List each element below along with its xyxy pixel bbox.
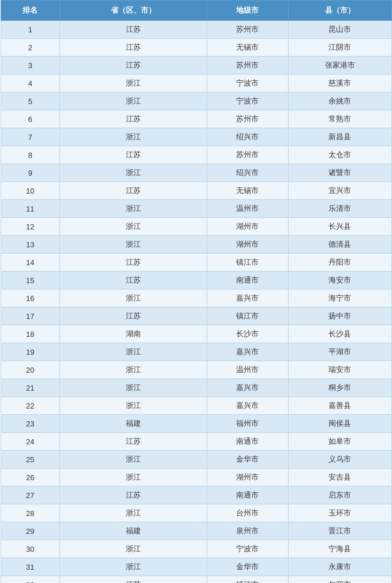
table-row: 10江苏无锡市宜兴市 xyxy=(1,182,391,200)
cell-county: 玉环市 xyxy=(288,504,391,522)
cell-county: 海宁市 xyxy=(288,289,391,307)
cell-province: 浙江 xyxy=(60,128,207,146)
table-row: 30浙江宁波市宁海县 xyxy=(1,540,391,558)
cell-province: 江苏 xyxy=(60,146,207,164)
header-rank: 排名 xyxy=(1,1,60,21)
cell-county: 长兴县 xyxy=(288,218,391,236)
table-row: 32江苏镇江市句容市 xyxy=(1,576,391,584)
cell-rank: 16 xyxy=(1,289,60,307)
cell-rank: 10 xyxy=(1,182,60,200)
table-row: 29福建泉州市晋江市 xyxy=(1,522,391,540)
table-row: 11浙江温州市乐清市 xyxy=(1,200,391,218)
cell-rank: 7 xyxy=(1,128,60,146)
table-row: 28浙江台州市玉环市 xyxy=(1,504,391,522)
cell-county: 义乌市 xyxy=(288,451,391,469)
cell-rank: 6 xyxy=(1,110,60,128)
cell-rank: 5 xyxy=(1,92,60,110)
cell-province: 浙江 xyxy=(60,218,207,236)
cell-city: 宁波市 xyxy=(207,75,289,92)
cell-province: 江苏 xyxy=(60,254,207,272)
cell-rank: 23 xyxy=(1,415,60,433)
cell-county: 诸暨市 xyxy=(288,164,391,182)
cell-city: 南通市 xyxy=(207,433,289,451)
cell-city: 金华市 xyxy=(207,451,289,469)
ranking-table: 排名 省（区、市） 地级市 县（市） 1江苏苏州市昆山市2江苏无锡市江阴市3江苏… xyxy=(0,0,392,583)
cell-province: 浙江 xyxy=(60,343,207,361)
cell-rank: 11 xyxy=(1,200,60,218)
cell-county: 桐乡市 xyxy=(288,379,391,397)
cell-county: 德清县 xyxy=(288,236,391,254)
cell-city: 湖州市 xyxy=(207,218,289,236)
header-city: 地级市 xyxy=(207,1,289,21)
table-row: 31浙江金华市永康市 xyxy=(1,558,391,576)
cell-county: 常熟市 xyxy=(288,110,391,128)
cell-city: 无锡市 xyxy=(207,182,289,200)
cell-province: 浙江 xyxy=(60,92,207,110)
cell-rank: 22 xyxy=(1,397,60,415)
cell-county: 江阴市 xyxy=(288,39,391,57)
cell-province: 江苏 xyxy=(60,21,207,39)
cell-province: 浙江 xyxy=(60,469,207,487)
cell-city: 绍兴市 xyxy=(207,164,289,182)
cell-city: 镇江市 xyxy=(207,307,289,325)
table-row: 26浙江湖州市安吉县 xyxy=(1,469,391,487)
cell-rank: 12 xyxy=(1,218,60,236)
cell-province: 浙江 xyxy=(60,504,207,522)
cell-county: 新昌县 xyxy=(288,128,391,146)
cell-rank: 2 xyxy=(1,39,60,57)
cell-county: 安吉县 xyxy=(288,469,391,487)
cell-rank: 14 xyxy=(1,254,60,272)
header-province: 省（区、市） xyxy=(60,1,207,21)
cell-province: 浙江 xyxy=(60,379,207,397)
cell-county: 宜兴市 xyxy=(288,182,391,200)
cell-city: 苏州市 xyxy=(207,110,289,128)
table-row: 21浙江嘉兴市桐乡市 xyxy=(1,379,391,397)
cell-rank: 8 xyxy=(1,146,60,164)
cell-province: 江苏 xyxy=(60,57,207,75)
table-body: 1江苏苏州市昆山市2江苏无锡市江阴市3江苏苏州市张家港市4浙江宁波市慈溪市5浙江… xyxy=(1,21,391,584)
table-row: 25浙江金华市义乌市 xyxy=(1,451,391,469)
cell-county: 慈溪市 xyxy=(288,75,391,92)
cell-county: 瑞安市 xyxy=(288,361,391,379)
cell-province: 浙江 xyxy=(60,558,207,576)
cell-rank: 18 xyxy=(1,325,60,343)
cell-city: 温州市 xyxy=(207,200,289,218)
header-county: 县（市） xyxy=(288,1,391,21)
cell-province: 浙江 xyxy=(60,397,207,415)
table-row: 1江苏苏州市昆山市 xyxy=(1,21,391,39)
cell-province: 浙江 xyxy=(60,200,207,218)
table-row: 4浙江宁波市慈溪市 xyxy=(1,75,391,92)
table-row: 6江苏苏州市常熟市 xyxy=(1,110,391,128)
table-row: 14江苏镇江市丹阳市 xyxy=(1,254,391,272)
cell-city: 绍兴市 xyxy=(207,128,289,146)
cell-county: 永康市 xyxy=(288,558,391,576)
cell-county: 丹阳市 xyxy=(288,254,391,272)
cell-city: 南通市 xyxy=(207,487,289,504)
cell-city: 镇江市 xyxy=(207,576,289,584)
table-header-row: 排名 省（区、市） 地级市 县（市） xyxy=(1,1,391,21)
cell-province: 浙江 xyxy=(60,75,207,92)
cell-province: 江苏 xyxy=(60,39,207,57)
cell-city: 温州市 xyxy=(207,361,289,379)
cell-province: 浙江 xyxy=(60,361,207,379)
cell-city: 嘉兴市 xyxy=(207,289,289,307)
table-row: 5浙江宁波市余姚市 xyxy=(1,92,391,110)
cell-city: 镇江市 xyxy=(207,254,289,272)
cell-province: 浙江 xyxy=(60,164,207,182)
table-row: 17江苏镇江市扬中市 xyxy=(1,307,391,325)
cell-rank: 20 xyxy=(1,361,60,379)
cell-province: 浙江 xyxy=(60,540,207,558)
cell-county: 宁海县 xyxy=(288,540,391,558)
cell-province: 江苏 xyxy=(60,307,207,325)
table-row: 2江苏无锡市江阴市 xyxy=(1,39,391,57)
cell-rank: 15 xyxy=(1,272,60,289)
cell-county: 太仓市 xyxy=(288,146,391,164)
cell-province: 浙江 xyxy=(60,236,207,254)
cell-county: 扬中市 xyxy=(288,307,391,325)
cell-rank: 27 xyxy=(1,487,60,504)
table-row: 3江苏苏州市张家港市 xyxy=(1,57,391,75)
cell-province: 江苏 xyxy=(60,182,207,200)
table-row: 23福建福州市闽侯县 xyxy=(1,415,391,433)
cell-rank: 4 xyxy=(1,75,60,92)
table-row: 13浙江湖州市德清县 xyxy=(1,236,391,254)
